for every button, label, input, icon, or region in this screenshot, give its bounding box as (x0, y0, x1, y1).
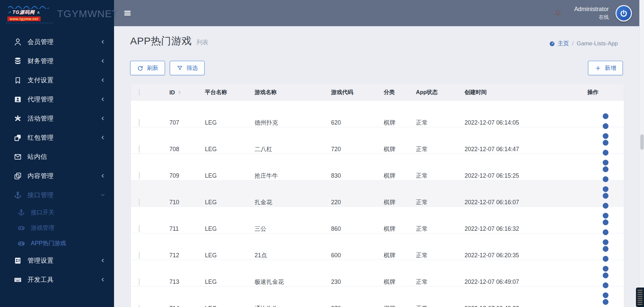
database-icon (13, 57, 22, 65)
column-header-created: 创建时间 (465, 89, 587, 96)
cell-code: 600 (331, 252, 384, 259)
chevron-left-icon (100, 97, 105, 102)
cell-category: 棋牌 (384, 251, 416, 259)
row-actions-kebab-icon[interactable] (587, 294, 624, 307)
id-badge-icon (13, 256, 22, 265)
cell-created: 2022-12-07 06:14:05 (465, 119, 587, 126)
filter-button[interactable]: 筛选 (170, 61, 205, 75)
cell-platform: LEG (205, 119, 255, 126)
sidebar-item-content[interactable]: 内容管理 (0, 166, 114, 185)
dashboard-icon (549, 40, 555, 47)
logo-text: TG源码网 (12, 9, 35, 15)
cell-id: 714 (169, 305, 205, 307)
column-header-category: 分类 (384, 89, 416, 96)
row-checkbox[interactable] (139, 199, 140, 206)
page-title: APP热门游戏 (130, 34, 192, 48)
sidebar-subitem-app-hot-games[interactable]: APP热门游戏 (0, 235, 114, 251)
cell-game: 极速扎金花 (255, 278, 331, 286)
sidebar-item-activity[interactable]: 活动管理 (0, 109, 114, 128)
table-row[interactable]: 708 LEG 二八杠 720 棋牌 正常 2022-12-07 06:14:4… (131, 127, 624, 154)
breadcrumb-current: Game-Lists-App (577, 40, 618, 47)
cell-category: 棋牌 (384, 304, 416, 307)
scrollbar-thumb[interactable] (640, 134, 644, 150)
user-icon (13, 38, 22, 46)
sort-up-icon (177, 90, 182, 95)
sidebar-subitem-api-switch[interactable]: 接口开关 (0, 205, 114, 220)
top-header: Administrator 在线 (114, 0, 644, 26)
cell-code: 720 (331, 146, 384, 153)
bookmark-icon (13, 76, 22, 85)
row-checkbox[interactable] (139, 119, 140, 126)
cell-status: 正常 (416, 225, 465, 233)
chevron-left-icon (100, 116, 105, 121)
table-row[interactable]: 713 LEG 极速扎金花 230 棋牌 正常 2022-12-07 06:49… (131, 260, 624, 287)
sidebar-subitem-game-manage[interactable]: 游戏管理 (0, 220, 114, 235)
breadcrumb-home-link[interactable]: 主页 (549, 40, 569, 47)
add-button[interactable]: 新增 (588, 61, 623, 75)
cell-platform: LEG (205, 225, 255, 232)
boat-icon (36, 10, 41, 14)
table-row[interactable]: 712 LEG 21点 600 棋牌 正常 2022-12-07 06:20:3… (131, 233, 624, 260)
column-header-id[interactable]: ID (169, 89, 205, 96)
cell-created: 2022-12-07 06:15:25 (465, 172, 587, 179)
sidebar-item-members[interactable]: 会员管理 (0, 32, 114, 51)
cell-created: 2022-12-07 06:20:35 (465, 252, 587, 259)
chevron-left-icon (100, 78, 105, 83)
chevron-left-icon (100, 258, 105, 263)
sidebar-item-admin-settings[interactable]: 管理设置 (0, 251, 114, 270)
sidebar-item-mail[interactable]: 站内信 (0, 147, 114, 166)
cell-id: 708 (169, 146, 205, 153)
sidebar-item-finance[interactable]: 财务管理 (0, 51, 114, 71)
table-row[interactable]: 710 LEG 扎金花 220 棋牌 正常 2022-12-07 06:16:0… (131, 180, 624, 207)
anchor-icon (13, 191, 22, 200)
row-checkbox[interactable] (139, 172, 140, 179)
table-row[interactable]: 711 LEG 三公 860 棋牌 正常 2022-12-07 06:16:32 (131, 207, 624, 233)
cell-code: 220 (331, 199, 384, 206)
cell-platform: LEG (205, 305, 255, 307)
row-checkbox[interactable] (139, 305, 140, 307)
sidebar-item-agent[interactable]: 代理管理 (0, 90, 114, 109)
table-row[interactable]: 709 LEG 抢庄牛牛 830 棋牌 正常 2022-12-07 06:15:… (131, 154, 624, 180)
bell-icon[interactable] (554, 9, 562, 18)
chevron-left-icon (100, 173, 105, 178)
column-header-actions: 操作 (587, 89, 624, 96)
brand[interactable]: TG源码网 www.tgymw.net TGYMWNET (6, 4, 118, 24)
user-info[interactable]: Administrator 在线 (574, 6, 609, 20)
row-checkbox[interactable] (139, 145, 140, 153)
fan-icon (13, 114, 22, 123)
cell-status: 正常 (416, 304, 465, 307)
sidebar-item-api[interactable]: 接口管理 (0, 185, 114, 205)
table-body: 707 LEG 德州扑克 620 棋牌 正常 2022-12-07 06:14:… (131, 101, 624, 307)
row-checkbox[interactable] (139, 225, 140, 232)
avatar[interactable] (615, 5, 632, 21)
select-all-checkbox[interactable] (139, 89, 140, 96)
column-header-game: 游戏名称 (255, 89, 331, 96)
sidebar-item-dev-tools[interactable]: 开发工具 (0, 270, 114, 289)
row-checkbox[interactable] (139, 278, 140, 286)
gamepad-icon (17, 239, 25, 247)
cell-status: 正常 (416, 278, 465, 286)
table-card: ID 平台名称 游戏名称 游戏代码 分类 App状态 创建时间 操作 707 L… (131, 84, 624, 307)
breadcrumb: 主页 / Game-Lists-App (549, 40, 618, 47)
sail-icon (7, 10, 11, 14)
breadcrumb-home-label: 主页 (557, 40, 569, 47)
keyboard-icon (13, 275, 22, 284)
add-button-label: 新增 (605, 64, 616, 72)
table-row[interactable]: 707 LEG 德州扑克 620 棋牌 正常 2022-12-07 06:14:… (131, 101, 624, 127)
row-checkbox[interactable] (139, 252, 140, 259)
sidebar: TG源码网 www.tgymw.net TGYMWNET 会员管理 财务管理 支… (0, 0, 114, 307)
cell-created: 2022-12-07 06:16:32 (465, 225, 587, 232)
table-row[interactable]: 714 LEG 通比牛牛 870 棋牌 正常 2022-12-07 06:49:… (131, 287, 624, 307)
hamburger-menu-icon[interactable] (123, 9, 131, 17)
sidebar-item-payment[interactable]: 支付设置 (0, 71, 114, 90)
chevron-left-icon (100, 39, 105, 44)
sidebar-item-redpacket[interactable]: 红包管理 (0, 128, 114, 147)
column-header-status: App状态 (416, 89, 465, 96)
cell-game: 二八杠 (255, 145, 331, 153)
cell-category: 棋牌 (384, 278, 416, 286)
cell-id: 712 (169, 252, 205, 259)
refresh-button[interactable]: 刷新 (130, 61, 165, 75)
wave-decoration (7, 5, 52, 9)
filter-button-label: 筛选 (186, 64, 198, 72)
cell-created: 2022-12-07 06:14:47 (465, 146, 587, 153)
